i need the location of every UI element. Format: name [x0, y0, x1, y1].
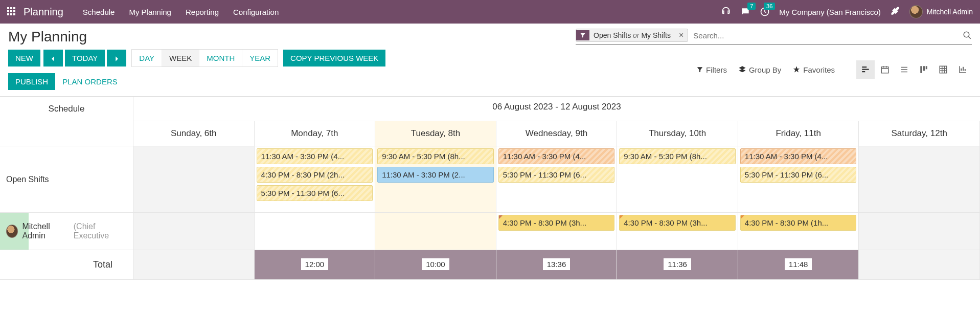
scale-month[interactable]: MONTH: [199, 50, 242, 67]
user-name: Mitchell Admin: [927, 8, 973, 16]
day-header-tue[interactable]: Tuesday, 8th: [375, 121, 496, 146]
filter-icon: [576, 30, 589, 40]
day-header-fri[interactable]: Friday, 11th: [738, 121, 859, 146]
shift-pill[interactable]: 4:30 PM - 8:30 PM (2h...: [257, 167, 373, 183]
avatar-icon: [6, 225, 18, 238]
total-sun: [133, 250, 255, 280]
nav-my-planning[interactable]: My Planning: [122, 8, 178, 16]
cell-ma-fri[interactable]: 4:30 PM - 8:30 PM (1h...: [738, 213, 859, 250]
shift-pill[interactable]: 9:30 AM - 5:30 PM (8h...: [377, 148, 494, 164]
view-graph-icon[interactable]: [953, 60, 972, 79]
messaging-icon[interactable]: 7: [740, 7, 750, 17]
search-box[interactable]: Open Shifts or My Shifts ×: [576, 29, 972, 45]
svg-rect-7: [923, 66, 925, 71]
activities-icon[interactable]: 36: [760, 7, 770, 17]
day-header-sat[interactable]: Saturday, 12th: [859, 121, 980, 146]
cell-ma-sat[interactable]: [859, 213, 980, 250]
total-thu: 11:36: [617, 250, 738, 280]
svg-rect-4: [862, 71, 865, 72]
day-header-thu[interactable]: Thursday, 10th: [617, 121, 738, 146]
cell-open-fri[interactable]: 11:30 AM - 3:30 PM (4... 5:30 PM - 11:30…: [738, 146, 859, 213]
view-list-icon[interactable]: [895, 60, 914, 79]
view-calendar-icon[interactable]: [876, 60, 894, 79]
cell-open-thu[interactable]: 9:30 AM - 5:30 PM (8h...: [617, 146, 738, 213]
total-sat: [859, 250, 980, 280]
publish-button[interactable]: PUBLISH: [8, 73, 55, 90]
scale-year[interactable]: YEAR: [242, 50, 278, 67]
shift-pill[interactable]: 5:30 PM - 11:30 PM (6...: [257, 185, 373, 201]
row-mitchell-admin[interactable]: Mitchell Admin (Chief Executive: [0, 213, 133, 250]
svg-rect-6: [920, 66, 922, 73]
employee-name: Mitchell Admin: [22, 222, 69, 240]
next-button[interactable]: [107, 50, 126, 67]
plan-orders-button[interactable]: PLAN ORDERS: [55, 73, 125, 90]
cell-ma-sun[interactable]: [133, 213, 255, 250]
cell-open-wed[interactable]: 11:30 AM - 3:30 PM (4... 5:30 PM - 11:30…: [496, 146, 618, 213]
day-header-mon[interactable]: Monday, 7th: [255, 121, 376, 146]
shift-pill[interactable]: 11:30 AM - 3:30 PM (2...: [377, 167, 494, 183]
total-fri: 11:48: [738, 250, 859, 280]
day-header-wed[interactable]: Wednesday, 9th: [496, 121, 618, 146]
row-total-label: Total: [0, 250, 133, 280]
cell-ma-mon[interactable]: [255, 213, 376, 250]
svg-point-1: [964, 32, 969, 37]
shift-pill[interactable]: 4:30 PM - 8:30 PM (3h...: [619, 215, 736, 231]
shift-pill[interactable]: 5:30 PM - 11:30 PM (6...: [498, 167, 615, 183]
voip-icon[interactable]: [721, 7, 731, 17]
nav-schedule[interactable]: Schedule: [76, 8, 122, 16]
page-title: My Planning: [8, 29, 87, 45]
favorites-dropdown[interactable]: Favorites: [792, 65, 835, 74]
cell-ma-wed[interactable]: 4:30 PM - 8:30 PM (3h...: [496, 213, 618, 250]
day-header-sun[interactable]: Sunday, 6th: [133, 121, 255, 146]
nav-reporting[interactable]: Reporting: [178, 8, 226, 16]
shift-pill[interactable]: 4:30 PM - 8:30 PM (3h...: [498, 215, 615, 231]
search-icon[interactable]: [963, 31, 972, 40]
company-switcher[interactable]: My Company (San Francisco): [779, 8, 880, 16]
shift-pill[interactable]: 11:30 AM - 3:30 PM (4...: [498, 148, 615, 164]
total-mon: 12:00: [255, 250, 376, 280]
activities-badge: 36: [764, 3, 775, 10]
shift-pill[interactable]: 5:30 PM - 11:30 PM (6...: [740, 167, 857, 183]
nav-configuration[interactable]: Configuration: [226, 8, 286, 16]
employee-role: (Chief Executive: [74, 222, 127, 240]
scale-week[interactable]: WEEK: [162, 50, 199, 67]
filters-dropdown[interactable]: Filters: [696, 65, 727, 74]
svg-rect-8: [926, 66, 927, 69]
date-range: 06 August 2023 - 12 August 2023: [133, 97, 980, 121]
total-tue: 10:00: [375, 250, 496, 280]
search-input[interactable]: [691, 29, 963, 42]
apps-menu-icon[interactable]: [7, 7, 16, 16]
svg-rect-3: [862, 69, 869, 70]
cell-open-sat[interactable]: [859, 146, 980, 213]
svg-rect-5: [881, 67, 888, 73]
view-kanban-icon[interactable]: [915, 60, 933, 79]
new-button[interactable]: NEW: [8, 50, 40, 67]
avatar-icon: [909, 5, 923, 18]
debug-icon[interactable]: [890, 7, 900, 17]
shift-pill[interactable]: 11:30 AM - 3:30 PM (4...: [740, 148, 857, 164]
schedule-corner-label: Schedule: [0, 97, 133, 121]
view-gantt-icon[interactable]: [856, 60, 875, 79]
svg-rect-2: [862, 67, 867, 68]
scale-day[interactable]: DAY: [132, 50, 162, 67]
cell-open-sun[interactable]: [133, 146, 255, 213]
app-brand[interactable]: Planning: [24, 6, 63, 18]
shift-pill[interactable]: 9:30 AM - 5:30 PM (8h...: [619, 148, 736, 164]
groupby-dropdown[interactable]: Group By: [738, 65, 781, 74]
row-open-shifts[interactable]: Open Shifts: [0, 146, 133, 213]
today-button[interactable]: TODAY: [65, 50, 105, 67]
user-menu[interactable]: Mitchell Admin: [909, 5, 973, 18]
cell-ma-thu[interactable]: 4:30 PM - 8:30 PM (3h...: [617, 213, 738, 250]
shift-pill[interactable]: 4:30 PM - 8:30 PM (1h...: [740, 215, 857, 231]
cell-ma-tue[interactable]: [375, 213, 496, 250]
prev-button[interactable]: [43, 50, 63, 67]
copy-previous-button[interactable]: COPY PREVIOUS WEEK: [283, 50, 385, 67]
facet-remove-icon[interactable]: ×: [675, 31, 688, 40]
cell-open-tue[interactable]: 9:30 AM - 5:30 PM (8h... 11:30 AM - 3:30…: [375, 146, 496, 213]
shift-pill[interactable]: 11:30 AM - 3:30 PM (4...: [257, 148, 373, 164]
total-wed: 13:36: [496, 250, 618, 280]
messaging-badge: 7: [747, 3, 756, 10]
cell-open-mon[interactable]: 11:30 AM - 3:30 PM (4... 4:30 PM - 8:30 …: [255, 146, 376, 213]
view-pivot-icon[interactable]: [934, 60, 952, 79]
svg-rect-9: [940, 66, 947, 73]
